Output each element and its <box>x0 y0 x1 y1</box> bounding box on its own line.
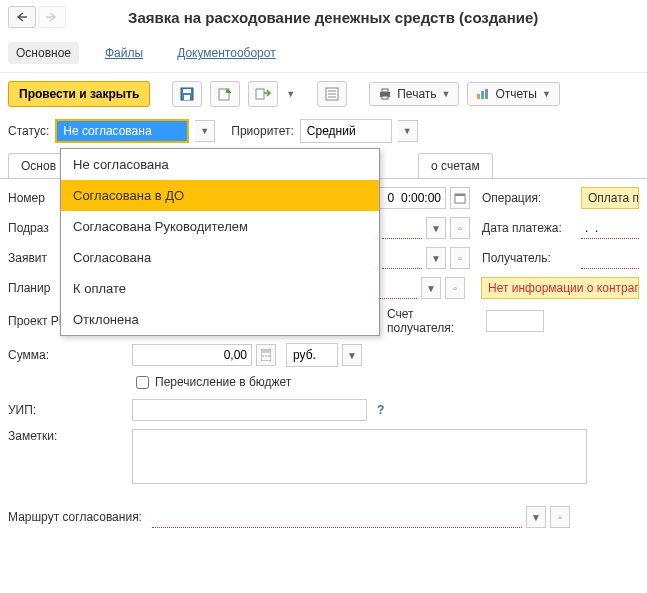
reports-button[interactable]: Отчеты ▼ <box>467 82 559 106</box>
podr-input[interactable] <box>382 217 422 239</box>
route-open[interactable]: ▫ <box>550 506 570 528</box>
arrow-left-icon <box>16 12 28 22</box>
plan-open[interactable]: ▫ <box>445 277 465 299</box>
reports-label: Отчеты <box>495 87 536 101</box>
account-input[interactable] <box>486 310 544 332</box>
tab-main[interactable]: Основное <box>8 42 79 64</box>
applicant-label: Заявит <box>8 251 58 265</box>
doc-arrow-icon <box>255 87 271 101</box>
status-option[interactable]: Отклонена <box>61 304 379 335</box>
svg-rect-11 <box>382 96 388 99</box>
paydate-input[interactable] <box>581 217 639 239</box>
budget-checkbox[interactable] <box>136 376 149 389</box>
applicant-open[interactable]: ▫ <box>450 247 470 269</box>
post-button[interactable] <box>210 81 240 107</box>
status-dropdown-list[interactable]: Не согласована Согласована в ДО Согласов… <box>60 148 380 336</box>
applicant-dropdown[interactable]: ▼ <box>426 247 446 269</box>
priority-label: Приоритет: <box>231 124 294 138</box>
svg-rect-13 <box>481 91 484 99</box>
priority-input[interactable] <box>301 121 391 141</box>
currency-combo[interactable] <box>286 343 338 367</box>
operation-value[interactable]: Оплата п <box>581 187 639 209</box>
page-title: Заявка на расходование денежных средств … <box>128 9 538 26</box>
notes-textarea[interactable] <box>132 429 587 484</box>
route-dropdown[interactable]: ▼ <box>526 506 546 528</box>
plan-input[interactable] <box>377 277 417 299</box>
uip-help[interactable]: ? <box>377 403 384 417</box>
arrow-right-icon <box>46 12 58 22</box>
tab-files[interactable]: Файлы <box>97 42 151 64</box>
uip-input[interactable] <box>132 399 367 421</box>
currency-dropdown[interactable]: ▼ <box>342 344 362 366</box>
list-icon <box>325 87 339 101</box>
svg-rect-10 <box>382 89 388 92</box>
recipient-input[interactable] <box>581 247 639 269</box>
reports-caret-icon: ▼ <box>542 89 551 99</box>
save-button[interactable] <box>172 81 202 107</box>
svg-rect-1 <box>183 89 191 93</box>
account-label: Счет получателя: <box>387 307 482 335</box>
warn-box: Нет информации о контраг <box>481 277 639 299</box>
svg-rect-4 <box>256 89 264 99</box>
currency-input[interactable] <box>287 345 337 365</box>
budget-check-label: Перечисление в бюджет <box>155 375 291 389</box>
status-option[interactable]: Согласована Руководителем <box>61 211 379 242</box>
svg-rect-12 <box>477 94 480 99</box>
print-caret-icon: ▼ <box>442 89 451 99</box>
route-label: Маршрут согласования: <box>8 510 148 524</box>
status-option[interactable]: Согласована <box>61 242 379 273</box>
status-option[interactable]: Не согласована <box>61 149 379 180</box>
submit-close-button[interactable]: Провести и закрыть <box>8 81 150 107</box>
basis-button[interactable] <box>248 81 278 107</box>
sum-input[interactable] <box>132 344 252 366</box>
form-tab-accounts[interactable]: о счетам <box>418 153 493 178</box>
podr-dropdown[interactable]: ▼ <box>426 217 446 239</box>
calculator-icon <box>261 349 271 361</box>
svg-rect-16 <box>455 194 465 196</box>
print-button[interactable]: Печать ▼ <box>369 82 459 106</box>
post-icon <box>218 87 232 101</box>
svg-rect-2 <box>184 95 190 100</box>
plan-label: Планир <box>8 281 58 295</box>
route-input[interactable] <box>152 506 522 528</box>
svg-rect-18 <box>262 350 270 353</box>
chart-icon <box>476 88 490 100</box>
number-label: Номер <box>8 191 58 205</box>
paydate-label: Дата платежа: <box>482 221 577 235</box>
sum-label: Сумма: <box>8 348 128 362</box>
applicant-input[interactable] <box>382 247 422 269</box>
recipient-label: Получатель: <box>482 251 577 265</box>
forward-button[interactable] <box>38 6 66 28</box>
svg-point-21 <box>268 355 270 357</box>
status-option[interactable]: Согласована в ДО <box>61 180 379 211</box>
back-button[interactable] <box>8 6 36 28</box>
uip-label: УИП: <box>8 403 128 417</box>
priority-combo[interactable] <box>300 119 392 143</box>
podr-open[interactable]: ▫ <box>450 217 470 239</box>
print-label: Печать <box>397 87 436 101</box>
svg-point-19 <box>262 355 264 357</box>
status-label: Статус: <box>8 124 49 138</box>
basis-caret[interactable]: ▼ <box>286 89 295 99</box>
notes-label: Заметки: <box>8 429 128 443</box>
status-option[interactable]: К оплате <box>61 273 379 304</box>
priority-dropdown-button[interactable]: ▼ <box>398 120 418 142</box>
svg-rect-14 <box>485 89 488 99</box>
calendar-icon <box>454 192 466 204</box>
status-dropdown-button[interactable]: ▼ <box>195 120 215 142</box>
plan-dropdown[interactable]: ▼ <box>421 277 441 299</box>
list-button[interactable] <box>317 81 347 107</box>
calendar-button[interactable] <box>450 187 470 209</box>
status-combo[interactable] <box>55 119 189 143</box>
tab-docflow[interactable]: Документооборот <box>169 42 284 64</box>
save-icon <box>180 87 194 101</box>
svg-point-20 <box>265 355 267 357</box>
status-input[interactable] <box>57 121 187 141</box>
printer-icon <box>378 88 392 100</box>
podr-label: Подраз <box>8 221 58 235</box>
operation-label: Операция: <box>482 191 577 205</box>
calc-button[interactable] <box>256 344 276 366</box>
